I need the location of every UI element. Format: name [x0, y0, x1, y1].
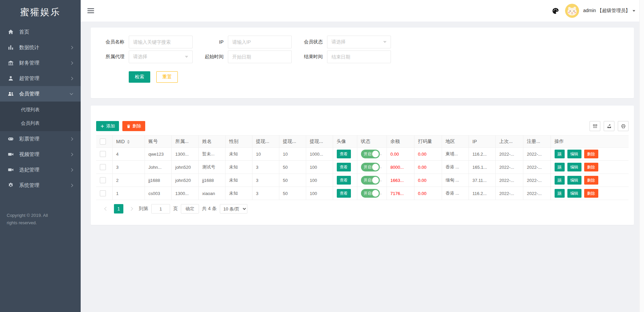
- row-checkbox[interactable]: [100, 164, 106, 170]
- filter-select[interactable]: 请选择: [327, 36, 391, 48]
- add-button[interactable]: 添加: [96, 121, 119, 131]
- print-icon[interactable]: [618, 121, 629, 131]
- edit-button[interactable]: 编辑: [567, 150, 581, 158]
- select-all-checkbox[interactable]: [100, 139, 106, 145]
- sidebar-item-user[interactable]: 超管管理: [0, 71, 81, 86]
- hamburger-menu-icon[interactable]: [87, 8, 94, 13]
- kick-button[interactable]: 踢: [555, 150, 565, 158]
- sidebar-item-gamepad[interactable]: 彩票管理: [0, 131, 81, 147]
- cell-agent: john520: [171, 161, 198, 174]
- sidebar-item-bank[interactable]: 财务管理: [0, 55, 81, 71]
- filter-input[interactable]: [228, 50, 292, 63]
- edit-button[interactable]: 编辑: [567, 189, 581, 198]
- column-header[interactable]: 性别: [225, 135, 252, 148]
- column-header[interactable]: 注册...: [523, 135, 551, 148]
- cell-account: John...: [145, 161, 171, 174]
- cell-bet-amount: 0.00: [414, 161, 442, 174]
- sort-icon[interactable]: [127, 140, 130, 144]
- delete-row-button[interactable]: 删除: [584, 163, 598, 171]
- cell-balance: 1663...: [387, 174, 414, 187]
- row-checkbox[interactable]: [100, 151, 106, 157]
- row-checkbox[interactable]: [100, 190, 106, 196]
- view-avatar-button[interactable]: 查看: [337, 150, 351, 158]
- topbar: admin 【超级管理员】: [81, 0, 644, 22]
- column-header[interactable]: 账号: [145, 135, 171, 148]
- cell-name: 测试号: [198, 161, 225, 174]
- filter-input[interactable]: [327, 50, 391, 63]
- kick-button[interactable]: 踢: [555, 163, 565, 171]
- theme-palette-icon[interactable]: [552, 7, 559, 14]
- delete-row-button[interactable]: 删除: [584, 150, 598, 158]
- toggle-knob-icon: [372, 151, 379, 157]
- goto-label: 到第: [139, 206, 148, 212]
- next-page-button[interactable]: [126, 204, 136, 213]
- edit-button[interactable]: 编辑: [567, 163, 581, 171]
- kick-button[interactable]: 踢: [555, 176, 565, 185]
- column-header[interactable]: 上次...: [495, 135, 523, 148]
- toggle-knob-icon: [372, 190, 379, 197]
- row-checkbox[interactable]: [100, 177, 106, 183]
- chevron-down-icon: [70, 91, 73, 95]
- sidebar-item-home[interactable]: 首页: [0, 24, 81, 40]
- cell-avatar: 查看: [333, 187, 357, 200]
- status-suffix: .: [380, 151, 382, 156]
- search-button[interactable]: 检索: [129, 71, 150, 83]
- column-header[interactable]: IP: [469, 135, 495, 148]
- goto-page-input[interactable]: [151, 204, 170, 213]
- column-header[interactable]: 提现...: [252, 135, 279, 148]
- column-header-label: MID: [116, 139, 125, 144]
- columns-filter-icon[interactable]: [590, 121, 600, 131]
- column-header[interactable]: 状态: [357, 135, 387, 148]
- view-avatar-button[interactable]: 查看: [337, 163, 351, 171]
- column-header[interactable]: 提现...: [306, 135, 333, 148]
- page-number-current[interactable]: 1: [114, 204, 123, 213]
- goto-confirm-button[interactable]: 确定: [181, 204, 199, 213]
- reset-button[interactable]: 重置: [156, 71, 178, 83]
- user-avatar[interactable]: [565, 4, 579, 18]
- delete-row-button[interactable]: 删除: [584, 189, 598, 198]
- chart-icon: [7, 44, 14, 51]
- column-header[interactable]: 打码量: [414, 135, 442, 148]
- edit-button[interactable]: 编辑: [567, 176, 581, 185]
- sidebar-subitem[interactable]: 代理列表: [0, 103, 81, 116]
- cell-agent: 1300...: [171, 187, 198, 200]
- sidebar-item-gear[interactable]: 系统管理: [0, 178, 81, 193]
- filter-select[interactable]: 请选择: [129, 50, 193, 63]
- cell-balance: 8000...: [387, 161, 414, 174]
- view-avatar-button[interactable]: 查看: [337, 176, 351, 185]
- column-header-label: 所属...: [175, 139, 189, 144]
- column-header[interactable]: 所属...: [171, 135, 198, 148]
- filter-input[interactable]: [228, 36, 292, 48]
- delete-button[interactable]: 删除: [122, 121, 145, 131]
- column-header[interactable]: 头像: [333, 135, 357, 148]
- delete-row-button[interactable]: 删除: [584, 176, 598, 185]
- status-toggle[interactable]: 开启: [361, 189, 380, 198]
- sidebar: 蜜獾娱乐 首页数据统计财务管理超管管理会员管理代理列表会员列表彩票管理视频管理选…: [0, 0, 81, 312]
- column-header[interactable]: 操作: [551, 135, 629, 148]
- view-avatar-button[interactable]: 查看: [337, 189, 351, 198]
- sidebar-item-users[interactable]: 会员管理: [0, 86, 81, 102]
- sidebar-item-chart[interactable]: 数据统计: [0, 40, 81, 55]
- column-header[interactable]: 地区: [442, 135, 469, 148]
- scrollbar-track[interactable]: [639, 0, 644, 312]
- content-area: 会员名称IP会员状态请选择所属代理请选择起始时间结束时间 检索 重置 添加 删除: [81, 22, 644, 225]
- column-header[interactable]: 姓名: [198, 135, 225, 148]
- filter-input[interactable]: [129, 36, 193, 48]
- sidebar-subitem[interactable]: 会员列表: [0, 116, 81, 130]
- page-size-select[interactable]: 10 条/页: [220, 204, 247, 213]
- export-icon[interactable]: [604, 121, 614, 131]
- status-toggle[interactable]: 开启: [361, 150, 380, 158]
- column-header[interactable]: 余额: [387, 135, 414, 148]
- prev-page-button[interactable]: [102, 204, 111, 213]
- kick-button[interactable]: 踢: [555, 189, 565, 198]
- select-caret-icon: [185, 56, 188, 58]
- cell-account: qwe123: [145, 148, 171, 161]
- column-header[interactable]: MID: [112, 135, 145, 148]
- status-toggle[interactable]: 开启: [361, 163, 380, 171]
- status-toggle[interactable]: 开启: [361, 176, 380, 185]
- sidebar-item-video[interactable]: 视频管理: [0, 147, 81, 162]
- user-menu[interactable]: admin 【超级管理员】: [583, 8, 635, 14]
- column-header[interactable]: 提现...: [279, 135, 306, 148]
- column-header-label: 余额: [391, 139, 400, 144]
- sidebar-item-video[interactable]: 选妃管理: [0, 162, 81, 178]
